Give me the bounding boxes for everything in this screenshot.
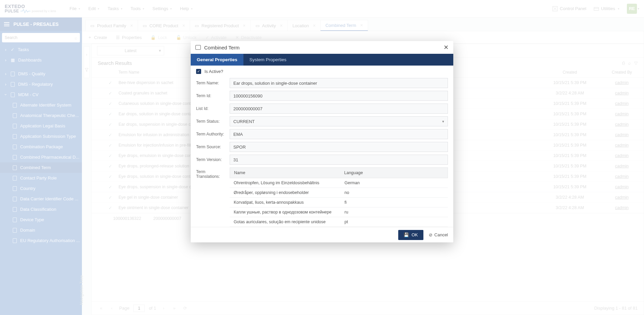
translations-label: Term Translations: [196,167,230,179]
save-icon: 💾 [404,232,409,237]
translation-row[interactable]: Korvatipat, liuos, kerta-annospakkausfi [230,198,448,207]
translation-row[interactable]: Капли ушные, раствор в однодозовом конте… [230,207,448,217]
modal-footer: 💾OK ⊘Cancel [191,227,453,242]
tab-system-properties[interactable]: System Properties [243,54,292,66]
ok-button[interactable]: 💾OK [398,230,423,240]
term-version-field[interactable]: 31 [230,155,448,165]
term-source-field[interactable]: SPOR [230,142,448,152]
tt-col-lang: Language [340,168,448,178]
modal-tabs: General Properties System Properties [191,54,453,66]
modal-title: Combined Term [204,45,240,50]
translation-name: Капли ушные, раствор в однодозовом конте… [230,207,340,217]
translation-lang: no [340,188,448,197]
term-id-label: Term Id: [196,93,230,98]
term-status-select[interactable]: CURRENT [230,116,448,126]
modal-titlebar: Combined Term ✕ [191,41,453,54]
term-authority-field[interactable]: EMA [230,129,448,139]
list-id-field[interactable]: 200000000007 [230,104,448,114]
translation-name: Ohrentropfen, Lösung im Einzeldosisbehäl… [230,178,340,188]
term-id-field[interactable]: 100000156090 [230,91,448,101]
app-root: EXTEDO PULSE powered by c.lens File Edit… [0,0,644,315]
translation-lang: fi [340,198,448,207]
cancel-button[interactable]: ⊘Cancel [429,232,448,237]
list-id-label: List Id: [196,106,230,111]
is-active-checkbox[interactable]: ✓ [196,69,201,74]
translation-name: Korvatipat, liuos, kerta-annospakkaus [230,198,340,207]
term-status-label: Term Status: [196,119,230,124]
translation-name: Øredråper, oppløsning i endosebeholder [230,188,340,197]
translation-lang: ru [340,207,448,217]
translation-lang: pt [340,217,448,227]
translation-lang: German [340,178,448,188]
translation-row[interactable]: Øredråper, oppløsning i endosebeholderno [230,188,448,198]
translation-name: Gotas auriculares, solução em recipiente… [230,217,340,227]
modal-overlay: Combined Term ✕ General Properties Syste… [0,0,644,315]
term-name-label: Term Name: [196,81,230,85]
combined-term-modal: Combined Term ✕ General Properties Syste… [191,41,453,242]
term-version-label: Term Version: [196,157,230,162]
term-authority-label: Term Authority: [196,132,230,136]
modal-body: ✓ Is Active? Term Name:Ear drops, soluti… [191,66,453,227]
form-icon [195,45,201,50]
translations-header: Name Language [230,167,448,178]
cancel-icon: ⊘ [429,232,432,237]
tab-general-properties[interactable]: General Properties [191,54,243,66]
translations-rows: Ohrentropfen, Lösung im Einzeldosisbehäl… [230,178,448,227]
is-active-label: Is Active? [204,69,223,74]
close-icon[interactable]: ✕ [444,44,449,51]
tt-col-name: Name [230,168,340,178]
translation-row[interactable]: Ohrentropfen, Lösung im Einzeldosisbehäl… [230,178,448,188]
term-name-field[interactable]: Ear drops, solution in single-dose conta… [230,78,448,88]
translation-row[interactable]: Gotas auriculares, solução em recipiente… [230,217,448,227]
term-source-label: Term Source: [196,145,230,149]
